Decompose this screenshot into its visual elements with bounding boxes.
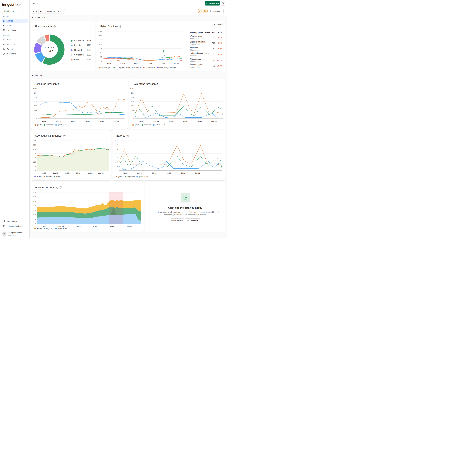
svg-text:35 K: 35 K [33, 191, 36, 193]
svg-text:0 K: 0 K [34, 170, 37, 171]
svg-text:100M: 100M [98, 30, 102, 32]
svg-text:06:00: 06:00 [169, 120, 173, 122]
svg-text:Jun 19: Jun 19 [154, 120, 159, 122]
svg-text:18:00: 18:00 [99, 120, 104, 122]
svg-text:0 K: 0 K [34, 223, 37, 225]
svg-text:5 K: 5 K [34, 165, 37, 167]
svg-text:10M: 10M [131, 92, 134, 94]
svg-text:1M: 1M [100, 39, 102, 41]
svg-text:5 K: 5 K [116, 165, 118, 167]
svg-text:12:00: 12:00 [148, 63, 152, 65]
svg-text:Jun 19: Jun 19 [56, 120, 61, 122]
svg-text:2047: 2047 [45, 49, 53, 53]
svg-text:18:00: 18:00 [88, 172, 92, 174]
svg-text:10: 10 [132, 114, 134, 115]
svg-text:12:00: 12:00 [183, 120, 187, 122]
svg-text:18:00: 18:00 [123, 172, 128, 174]
svg-text:18:00: 18:00 [110, 225, 114, 227]
svg-text:35 K: 35 K [115, 140, 118, 141]
svg-text:Jun 20: Jun 20 [114, 120, 119, 122]
svg-text:20 K: 20 K [115, 153, 118, 154]
svg-text:10: 10 [35, 114, 37, 115]
svg-text:18:00: 18:00 [197, 120, 202, 122]
svg-text:15 K: 15 K [33, 210, 36, 211]
svg-text:100: 100 [99, 52, 102, 53]
svg-text:12:00: 12:00 [76, 172, 80, 174]
svg-text:06:00: 06:00 [71, 120, 76, 122]
svg-text:10M: 10M [34, 92, 37, 94]
svg-text:100: 100 [131, 109, 134, 111]
svg-text:100K: 100K [33, 101, 37, 102]
svg-text:100M: 100M [33, 88, 37, 90]
svg-text:10 K: 10 K [115, 161, 118, 163]
svg-text:Jun 20: Jun 20 [98, 172, 104, 174]
svg-text:10: 10 [100, 56, 102, 58]
svg-text:Jun 20: Jun 20 [211, 120, 217, 122]
svg-text:1M: 1M [132, 96, 134, 98]
svg-text:18:00: 18:00 [42, 225, 46, 227]
svg-text:10 K: 10 K [33, 161, 36, 163]
svg-text:5 K: 5 K [34, 219, 37, 220]
svg-text:18:00: 18:00 [42, 172, 46, 174]
svg-text:Jun 19: Jun 19 [53, 172, 58, 174]
svg-text:Jun 19: Jun 19 [137, 172, 142, 174]
svg-text:25 K: 25 K [33, 200, 36, 202]
svg-text:06:00: 06:00 [152, 172, 156, 174]
svg-text:1M: 1M [35, 96, 37, 98]
svg-text:10 K: 10 K [33, 214, 36, 216]
svg-text:1: 1 [36, 118, 37, 119]
svg-text:100K: 100K [130, 101, 134, 102]
svg-text:100M: 100M [130, 88, 134, 90]
svg-text:12:00: 12:00 [93, 225, 97, 227]
svg-text:10M: 10M [99, 35, 102, 37]
svg-text:Jun 20: Jun 20 [195, 172, 200, 174]
svg-text:1: 1 [133, 118, 134, 119]
svg-text:18:00: 18:00 [42, 120, 46, 122]
svg-text:Jun 19: Jun 19 [59, 225, 64, 227]
svg-text:10K: 10K [34, 105, 37, 107]
svg-text:100: 100 [34, 109, 37, 111]
svg-text:12:00: 12:00 [85, 120, 90, 122]
svg-text:30 K: 30 K [115, 144, 118, 146]
svg-text:100K: 100K [98, 44, 102, 45]
svg-text:10K: 10K [131, 105, 134, 107]
svg-text:18:00: 18:00 [161, 63, 165, 65]
svg-text:06:00: 06:00 [77, 225, 81, 227]
svg-text:15 K: 15 K [33, 157, 36, 159]
svg-text:Jun 20: Jun 20 [174, 63, 179, 65]
svg-text:12:00: 12:00 [167, 172, 171, 174]
svg-text:1: 1 [101, 60, 102, 62]
svg-text:20 K: 20 K [33, 205, 36, 206]
svg-text:15 K: 15 K [115, 157, 118, 159]
svg-text:06:00: 06:00 [65, 172, 69, 174]
svg-text:10K: 10K [99, 48, 102, 49]
svg-text:20 K: 20 K [33, 153, 36, 154]
svg-text:35 K: 35 K [33, 140, 36, 141]
svg-text:Jun 20: Jun 20 [127, 225, 132, 227]
svg-text:18:00: 18:00 [107, 63, 111, 65]
svg-text:0 K: 0 K [116, 170, 118, 171]
svg-text:Jun 19: Jun 19 [120, 63, 125, 65]
svg-text:25 K: 25 K [33, 148, 36, 150]
svg-text:25 K: 25 K [115, 148, 118, 150]
svg-text:18:00: 18:00 [181, 172, 185, 174]
svg-text:06:00: 06:00 [134, 63, 138, 65]
svg-text:30 K: 30 K [33, 196, 36, 198]
svg-text:30 K: 30 K [33, 144, 36, 146]
svg-text:18:00: 18:00 [139, 120, 144, 122]
svg-text:Total runs: Total runs [45, 46, 54, 49]
